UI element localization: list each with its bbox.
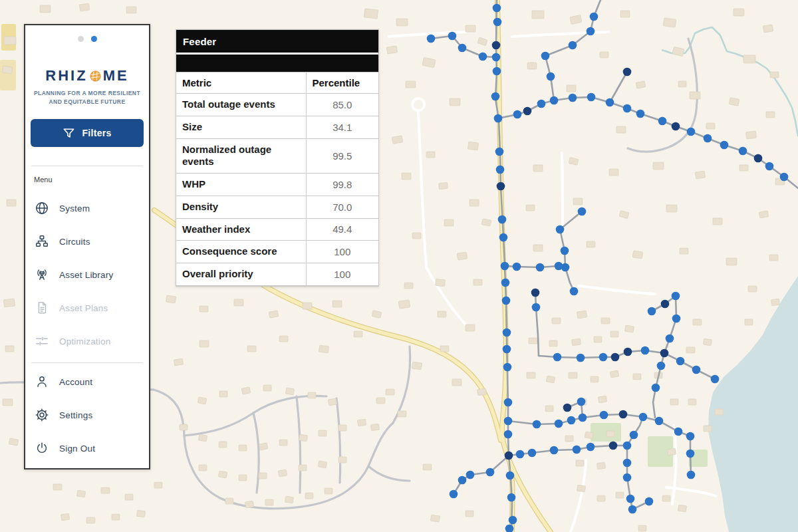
feeder-node[interactable]	[569, 41, 577, 50]
feeder-node[interactable]	[499, 233, 508, 242]
feeder-node[interactable]	[600, 411, 608, 420]
feeder-node[interactable]	[623, 442, 632, 450]
feeder-node[interactable]	[537, 100, 546, 108]
feeder-node[interactable]	[509, 516, 517, 525]
feeder-node[interactable]	[569, 94, 577, 102]
feeder-node[interactable]	[623, 68, 632, 76]
feeder-node[interactable]	[609, 442, 618, 450]
feeder-node[interactable]	[427, 35, 436, 43]
feeder-node[interactable]	[711, 375, 720, 384]
feeder-node[interactable]	[505, 452, 513, 460]
feeder-node[interactable]	[765, 162, 774, 171]
feeder-node[interactable]	[503, 345, 511, 354]
feeder-node[interactable]	[503, 329, 511, 337]
feeder-node[interactable]	[652, 384, 660, 392]
feeder-node[interactable]	[628, 505, 637, 514]
sidebar-item-settings[interactable]: Settings	[25, 398, 149, 432]
feeder-node[interactable]	[739, 147, 747, 156]
feeder-node[interactable]	[587, 27, 595, 36]
feeder-node[interactable]	[498, 215, 507, 224]
feeder-node[interactable]	[556, 225, 565, 234]
feeder-node[interactable]	[563, 404, 572, 412]
sidebar-item-optimization[interactable]: Optimization	[25, 325, 149, 358]
feeder-node[interactable]	[550, 446, 559, 455]
feeder-node[interactable]	[686, 450, 695, 458]
feeder-node[interactable]	[493, 18, 502, 27]
feeder-node[interactable]	[533, 420, 541, 429]
feeder-node[interactable]	[645, 497, 654, 506]
feeder-node[interactable]	[570, 287, 579, 296]
page-dot-active[interactable]	[91, 36, 97, 42]
feeder-node[interactable]	[692, 366, 701, 374]
feeder-node[interactable]	[501, 279, 510, 287]
feeder-node[interactable]	[516, 450, 525, 459]
feeder-node[interactable]	[536, 263, 545, 272]
feeder-node[interactable]	[553, 353, 562, 362]
page-indicator[interactable]	[25, 36, 149, 42]
feeder-node[interactable]	[528, 449, 537, 458]
feeder-node[interactable]	[623, 473, 632, 482]
feeder-node[interactable]	[590, 13, 598, 21]
feeder-node[interactable]	[687, 471, 696, 479]
feeder-node[interactable]	[492, 41, 501, 50]
feeder-node[interactable]	[676, 357, 685, 366]
feeder-node[interactable]	[555, 420, 563, 428]
feeder-node[interactable]	[513, 110, 522, 119]
feeder-node[interactable]	[660, 349, 669, 358]
feeder-node[interactable]	[506, 471, 515, 480]
feeder-node[interactable]	[623, 104, 632, 113]
feeder-node[interactable]	[578, 207, 587, 216]
feeder-node[interactable]	[648, 307, 656, 316]
feeder-node[interactable]	[579, 414, 587, 422]
feeder-node[interactable]	[479, 53, 487, 61]
sidebar-item-asset-library[interactable]: Asset Library	[25, 258, 149, 291]
feeder-node[interactable]	[611, 353, 620, 362]
feeder-node[interactable]	[531, 289, 540, 297]
feeder-node[interactable]	[754, 154, 763, 163]
feeder-node[interactable]	[561, 263, 570, 272]
feeder-node[interactable]	[672, 122, 680, 131]
feeder-node[interactable]	[577, 398, 586, 406]
sidebar-item-system[interactable]: System	[25, 192, 149, 225]
sidebar-item-account[interactable]: Account	[25, 365, 149, 398]
feeder-node[interactable]	[550, 96, 559, 105]
feeder-node[interactable]	[502, 297, 511, 305]
feeder-node[interactable]	[630, 431, 638, 440]
feeder-node[interactable]	[674, 428, 683, 436]
feeder-node[interactable]	[496, 166, 505, 174]
feeder-node[interactable]	[624, 348, 632, 356]
feeder-node[interactable]	[494, 114, 503, 123]
sidebar-item-sign-out[interactable]: Sign Out	[25, 432, 149, 465]
feeder-node[interactable]	[641, 346, 650, 355]
feeder-node[interactable]	[501, 262, 509, 271]
feeder-node[interactable]	[686, 432, 695, 441]
feeder-node[interactable]	[626, 495, 635, 503]
filters-button[interactable]: Filters	[31, 119, 144, 147]
feeder-node[interactable]	[639, 413, 648, 422]
feeder-node[interactable]	[577, 354, 585, 362]
feeder-node[interactable]	[599, 353, 608, 362]
feeder-node[interactable]	[672, 315, 681, 323]
feeder-node[interactable]	[504, 398, 513, 407]
feeder-node[interactable]	[619, 410, 628, 419]
feeder-node[interactable]	[636, 110, 645, 118]
sidebar-item-asset-plans[interactable]: Asset Plans	[25, 291, 149, 325]
feeder-node[interactable]	[495, 148, 504, 156]
feeder-node[interactable]	[687, 128, 696, 136]
feeder-node[interactable]	[780, 173, 789, 182]
feeder-node[interactable]	[491, 92, 500, 101]
feeder-node[interactable]	[672, 292, 680, 301]
feeder-node[interactable]	[507, 493, 516, 502]
feeder-node[interactable]	[448, 32, 457, 41]
feeder-node[interactable]	[504, 430, 513, 439]
feeder-node[interactable]	[561, 247, 569, 255]
feeder-node[interactable]	[493, 4, 501, 13]
sidebar-item-circuits[interactable]: Circuits	[25, 225, 149, 258]
feeder-node[interactable]	[486, 468, 495, 477]
feeder-node[interactable]	[532, 303, 541, 312]
feeder-node[interactable]	[497, 182, 505, 191]
feeder-node[interactable]	[547, 72, 555, 81]
feeder-node[interactable]	[523, 107, 532, 116]
feeder-node[interactable]	[720, 141, 729, 150]
feeder-node[interactable]	[513, 263, 521, 271]
